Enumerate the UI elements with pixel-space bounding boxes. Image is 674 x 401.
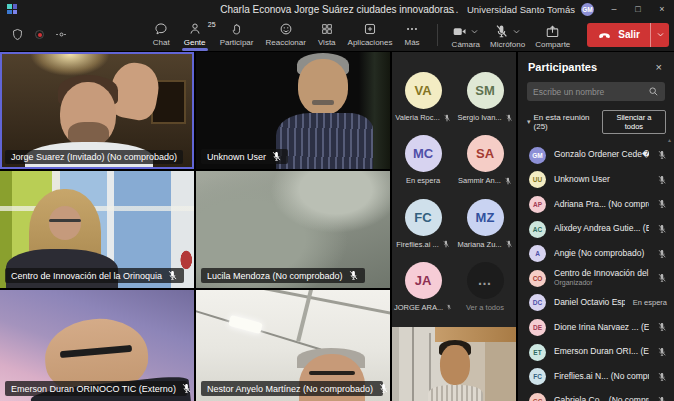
- avatar: MC: [405, 135, 442, 172]
- audio-participant[interactable]: FC Fireflies.ai ...: [392, 199, 454, 262]
- mic-off-icon[interactable]: [657, 199, 667, 209]
- see-all-participants[interactable]: … Ver a todos: [454, 262, 516, 325]
- camera-button[interactable]: Cámara: [447, 21, 485, 49]
- mic-off-icon[interactable]: [657, 322, 667, 332]
- raised-hand-icon: [230, 22, 244, 36]
- video-tile-centro-innovacion[interactable]: Centro de Innovación del la Orinoquia: [0, 171, 194, 288]
- section-expander-icon[interactable]: ▾: [527, 118, 531, 126]
- participant-row[interactable]: AC Alixdey Andrea Gutie... (Externo): [518, 217, 674, 242]
- smiley-icon: [279, 22, 293, 36]
- org-name: Universidad Santo Tomás: [467, 4, 575, 15]
- mic-off-icon[interactable]: [657, 396, 667, 401]
- participant-row[interactable]: UU Unknown User: [518, 168, 674, 193]
- video-tile-emerson-duran[interactable]: Emerson Duran ORINOCO TIC (Externo): [0, 290, 194, 401]
- mic-off-icon[interactable]: [657, 150, 667, 160]
- share-button[interactable]: Comparte: [530, 21, 575, 49]
- avatar: UU: [529, 171, 546, 188]
- mic-off-icon: [505, 240, 513, 248]
- mic-off-icon[interactable]: [657, 249, 667, 259]
- chevron-down-icon: [656, 30, 665, 39]
- mic-off-icon[interactable]: [657, 273, 667, 283]
- restore-button[interactable]: □: [626, 0, 650, 18]
- audio-participant[interactable]: MC En espera: [392, 135, 454, 198]
- leave-options-button[interactable]: [650, 23, 669, 47]
- participant-name-label: Emerson Duran ORINOCO TIC (Externo): [5, 381, 187, 396]
- self-view-video[interactable]: [392, 327, 516, 401]
- window-titlebar: Charla Econova Jorge Suárez ciudades inn…: [0, 0, 674, 18]
- video-tile-nestor-martinez[interactable]: Nestor Anyelo Martínez (No comprobado): [196, 290, 390, 401]
- avatar: GC: [529, 393, 546, 401]
- active-tab-underline: [182, 48, 208, 51]
- participant-row[interactable]: FC Fireflies.ai N... (No comprobado): [518, 364, 674, 389]
- participant-name-label: Nestor Anyelo Martínez (No comprobado): [201, 381, 383, 396]
- tab-gente[interactable]: 25 Gente: [176, 19, 214, 51]
- chat-icon: [154, 22, 168, 36]
- section-label: En esta reunión (25): [534, 113, 602, 131]
- mic-off-icon: [504, 177, 512, 185]
- tab-mas[interactable]: Más: [398, 19, 425, 47]
- participants-list: GM Gonzalo Ordener Cede�o Me... UU Unkno…: [518, 143, 674, 401]
- account-avatar[interactable]: GM: [581, 3, 594, 16]
- mute-all-button[interactable]: Silenciar a todos: [602, 110, 666, 134]
- avatar: CO: [529, 270, 546, 287]
- participant-row[interactable]: DE Dione Irina Narvaez ... (Externo): [518, 315, 674, 340]
- panel-title: Participantes: [528, 61, 597, 73]
- search-box[interactable]: [527, 82, 665, 101]
- mic-off-icon: [494, 24, 509, 39]
- chevron-down-icon[interactable]: [512, 27, 521, 36]
- video-tile-jorge-suarez[interactable]: Jorge Suarez (Invitado) (No comprobado): [0, 52, 194, 169]
- video-tile-unknown-user[interactable]: Unknown User: [196, 52, 390, 169]
- shield-icon: [11, 28, 24, 41]
- chevron-down-icon[interactable]: [470, 27, 479, 36]
- tab-vista[interactable]: Vista: [312, 19, 342, 47]
- organizer-role-label: Organizador: [554, 279, 649, 287]
- mic-off-icon: [442, 240, 450, 248]
- participant-row-lobby[interactable]: DC Daniel Octavio Espinosa C... En esper…: [518, 291, 674, 316]
- close-panel-icon[interactable]: ×: [654, 61, 664, 73]
- search-icon: [648, 86, 659, 97]
- mic-off-icon: [167, 270, 178, 281]
- recording-indicator-icon: [35, 30, 44, 39]
- mic-off-icon: [443, 114, 451, 122]
- people-icon: [188, 22, 202, 36]
- mic-off-icon[interactable]: [657, 347, 667, 357]
- connection-icon: [55, 28, 68, 41]
- mic-off-icon[interactable]: [657, 224, 667, 234]
- close-button[interactable]: ×: [650, 0, 674, 18]
- tab-reaccionar[interactable]: Reaccionar: [259, 19, 311, 47]
- participant-row-organizer[interactable]: CO Centro de Innovación del la O... Orga…: [518, 266, 674, 291]
- participant-row[interactable]: GM Gonzalo Ordener Cede�o Me...: [518, 143, 674, 168]
- audio-participant[interactable]: SM Sergio Ivan...: [454, 72, 516, 135]
- minimize-button[interactable]: –: [602, 0, 626, 18]
- tab-participar[interactable]: Participar: [214, 19, 260, 47]
- avatar: FC: [529, 368, 546, 385]
- mic-off-icon[interactable]: [657, 175, 667, 185]
- audio-participant[interactable]: VA Valeria Roc...: [392, 72, 454, 135]
- microphone-button[interactable]: Micrófono: [485, 21, 530, 49]
- mic-off-icon: [181, 383, 192, 394]
- titlebar-more-icon[interactable]: …: [440, 3, 467, 15]
- tab-aplicaciones[interactable]: Aplicaciones: [342, 19, 399, 47]
- audio-participant[interactable]: JA JORGE ARA...: [392, 262, 454, 325]
- audio-participants-strip: VA Valeria Roc... SM Sergio Ivan... MC E…: [392, 52, 516, 401]
- audio-participant[interactable]: SA Sammir An...: [454, 135, 516, 198]
- avatar: FC: [405, 199, 442, 236]
- toolbar-divider: [437, 24, 438, 46]
- avatar: JA: [405, 262, 442, 299]
- toolbar-tabs: Chat 25 Gente Participar Reaccionar Vist…: [147, 19, 426, 51]
- participant-row[interactable]: A Angie (No comprobado): [518, 241, 674, 266]
- avatar: MZ: [467, 199, 504, 236]
- participant-row[interactable]: GC Gabriela Co... (No comprobado): [518, 389, 674, 401]
- search-input[interactable]: [533, 87, 648, 97]
- mic-off-icon: [378, 383, 389, 394]
- participant-row[interactable]: ET Emerson Duran ORI... (Externo): [518, 340, 674, 365]
- participant-row[interactable]: AP Adriana Pra... (No comprobado): [518, 192, 674, 217]
- tab-chat[interactable]: Chat: [147, 19, 176, 47]
- leave-button[interactable]: Salir: [587, 23, 650, 47]
- leave-button-group: Salir: [587, 23, 669, 47]
- audio-participant[interactable]: MZ Mariana Zu...: [454, 199, 516, 262]
- video-tile-lucila-mendoza[interactable]: Lucila Mendoza (No comprobado): [196, 171, 390, 288]
- avatar: VA: [405, 72, 442, 109]
- camera-icon: [452, 24, 467, 39]
- mic-off-icon[interactable]: [657, 372, 667, 382]
